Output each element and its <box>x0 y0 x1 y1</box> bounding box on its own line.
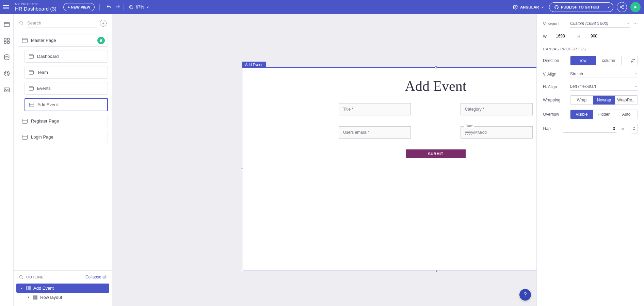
svg-point-5 <box>620 6 622 8</box>
page-icon <box>22 135 28 140</box>
svg-rect-15 <box>7 42 9 44</box>
nowrap-button[interactable]: Nowrap <box>593 96 615 104</box>
overflow-visible-button[interactable]: Visible <box>570 110 593 119</box>
svg-line-7 <box>621 6 623 7</box>
svg-point-22 <box>5 89 6 90</box>
submit-button[interactable]: SUBMIT <box>406 149 466 158</box>
floating-label: Date <box>464 124 474 128</box>
page-icon <box>29 70 34 75</box>
search-input[interactable] <box>27 18 97 28</box>
wrapping-label: Wrapping <box>543 98 567 102</box>
resize-handle-sw[interactable] <box>241 270 243 272</box>
rail-views-button[interactable] <box>3 20 11 29</box>
redo-button[interactable] <box>113 3 122 12</box>
wrap-button[interactable]: Wrap <box>570 96 593 104</box>
chevron-down-icon <box>634 85 638 88</box>
pages-list: Master Page Dashboard Team Events <box>14 32 112 270</box>
halign-select[interactable]: Left / flex-start <box>570 83 638 91</box>
preview-button[interactable] <box>630 2 641 12</box>
publish-button[interactable]: PUBLISH TO GITHUB <box>549 2 604 12</box>
help-button[interactable]: ? <box>519 289 531 301</box>
left-panel: + Master Page Dashboard Team <box>14 14 112 306</box>
svg-point-17 <box>4 71 9 76</box>
new-view-button[interactable]: + NEW VIEW <box>63 3 95 11</box>
svg-rect-12 <box>4 38 6 41</box>
menu-button[interactable] <box>0 0 12 14</box>
page-label: Login Page <box>31 134 53 140</box>
page-item-team[interactable]: Team <box>25 66 108 79</box>
valign-select[interactable]: Stretch <box>570 70 638 78</box>
users-emails-field[interactable]: Users emails * <box>339 126 411 139</box>
canvas-area[interactable]: Add Event Add Event Title * Category * <box>112 14 536 306</box>
gap-lock-button[interactable] <box>631 124 638 133</box>
date-field[interactable]: Date yyyy/MM/dd <box>461 126 533 139</box>
top-bar: MY PROJECTS HR Dashboard (3) + NEW VIEW … <box>0 0 644 14</box>
page-item-master[interactable]: Master Page <box>18 34 108 47</box>
swap-direction-button[interactable] <box>628 56 638 65</box>
tree-item-label: Row layout <box>40 295 62 300</box>
height-input[interactable] <box>584 32 604 40</box>
page-icon <box>22 38 28 43</box>
page-item-add-event[interactable]: Add Event <box>25 98 108 111</box>
search-icon <box>19 21 24 26</box>
add-page-button[interactable]: + <box>100 20 107 27</box>
viewport-value: Custom (1698 x 900) <box>570 21 608 26</box>
svg-line-26 <box>22 278 23 279</box>
svg-rect-10 <box>4 22 9 27</box>
form-title: Add Event <box>242 78 536 94</box>
undo-button[interactable] <box>104 3 113 12</box>
overflow-hidden-button[interactable]: Hidden <box>593 110 615 119</box>
tree-item-label: Add Event <box>33 286 54 291</box>
project-name: HR Dashboard (3) <box>15 6 57 12</box>
project-block[interactable]: MY PROJECTS HR Dashboard (3) <box>15 3 57 12</box>
icon-rail <box>0 14 14 306</box>
direction-column-button[interactable]: column <box>596 56 622 65</box>
search-icon <box>19 275 23 279</box>
svg-point-19 <box>7 72 8 73</box>
overflow-segment: Visible Hidden Auto <box>570 110 638 119</box>
home-badge <box>97 37 105 44</box>
field-label: Title * <box>343 107 353 112</box>
canvas-frame[interactable]: Add Event Title * Category * Users email… <box>242 67 536 271</box>
valign-label: V. Align <box>543 72 567 77</box>
share-button[interactable] <box>617 2 627 12</box>
overflow-auto-button[interactable]: Auto <box>615 110 638 119</box>
viewport-select[interactable]: Custom (1698 x 900) <box>570 20 630 28</box>
svg-line-24 <box>22 24 23 25</box>
direction-row-button[interactable]: row <box>570 56 596 65</box>
resize-handle-n[interactable] <box>435 66 437 68</box>
chevron-down-icon <box>146 5 149 9</box>
framework-selector[interactable]: ANGULAR <box>513 4 544 10</box>
more-options-button[interactable]: ⋯ <box>633 21 638 26</box>
page-item-events[interactable]: Events <box>25 82 108 95</box>
svg-point-23 <box>20 21 22 24</box>
canvas-content: Add Event Title * Category * Users email… <box>242 68 536 168</box>
title-field[interactable]: Title * <box>339 103 411 115</box>
tree-item-add-event[interactable]: Add Event <box>16 284 109 293</box>
page-label: Events <box>37 86 51 91</box>
width-input[interactable] <box>550 32 570 40</box>
zoom-icon <box>129 5 134 10</box>
gap-input[interactable] <box>563 125 616 133</box>
publish-caret-button[interactable] <box>604 2 613 12</box>
svg-line-8 <box>621 7 623 8</box>
svg-marker-9 <box>634 6 637 9</box>
collapse-all-link[interactable]: Collapse all <box>85 275 107 279</box>
zoom-control[interactable]: 67% <box>129 5 149 10</box>
tree-item-row-layout[interactable]: Row layout <box>23 293 109 302</box>
rail-assets-button[interactable] <box>3 86 11 94</box>
resize-handle-w[interactable] <box>241 168 243 170</box>
page-item-dashboard[interactable]: Dashboard <box>25 50 108 63</box>
resize-handle-s[interactable] <box>435 270 437 272</box>
rail-components-button[interactable] <box>3 37 11 45</box>
page-item-login[interactable]: Login Page <box>18 131 108 143</box>
outline-header: OUTLINE Collapse all <box>14 270 112 284</box>
svg-rect-14 <box>4 42 6 44</box>
svg-point-25 <box>20 275 22 278</box>
svg-point-16 <box>4 55 9 57</box>
category-field[interactable]: Category * <box>461 103 533 115</box>
page-item-register[interactable]: Register Page <box>18 115 108 127</box>
rail-theme-button[interactable] <box>3 69 11 78</box>
rail-data-button[interactable] <box>3 53 11 61</box>
wrap-reverse-button[interactable]: WrapRe... <box>615 96 638 104</box>
